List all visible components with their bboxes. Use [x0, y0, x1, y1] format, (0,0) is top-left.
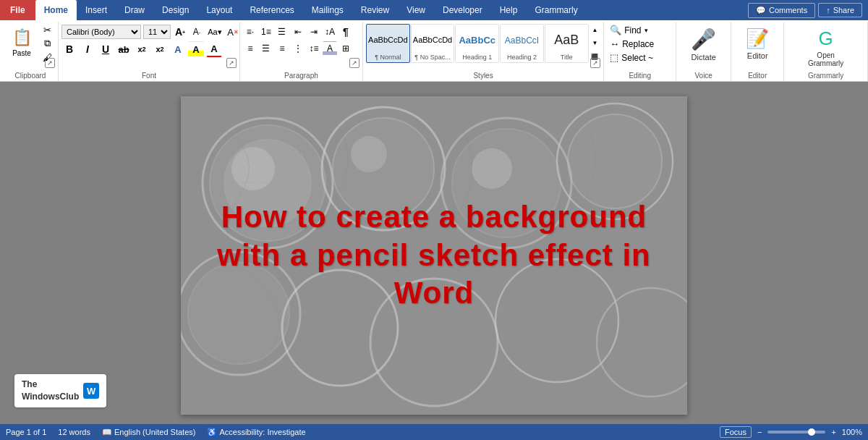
styles-launcher[interactable]: ↗ — [590, 58, 600, 68]
editor-icon: 📝 — [746, 28, 769, 50]
scroll-down-icon: ▼ — [592, 40, 597, 46]
style-heading2[interactable]: AaBbCcI Heading 2 — [500, 24, 544, 63]
bullets-button[interactable]: ≡· — [243, 25, 258, 39]
change-case-button[interactable]: Aa▾ — [206, 25, 224, 39]
font-group: Calibri (Body) 11 A+ A- Aa▾ A✕ B I U ab … — [59, 22, 240, 81]
style-title[interactable]: AaB Title — [545, 24, 589, 63]
editing-buttons: 🔍 Find ▾ ↔ Replace ⬚ Select ~ — [607, 23, 673, 70]
shading-button[interactable]: A — [323, 41, 337, 56]
sort-button[interactable]: ↕A — [323, 25, 337, 39]
align-center-button[interactable]: ☰ — [259, 41, 273, 56]
document-title: How to create a background with a pencil… — [210, 198, 658, 313]
zoom-thumb[interactable] — [808, 428, 815, 436]
zoom-out-button[interactable]: − — [757, 428, 762, 436]
tab-references[interactable]: References — [241, 0, 302, 20]
windows-club-icon: W — [83, 383, 99, 399]
grammarly-group[interactable]: G Open Grammarly Grammarly — [784, 22, 868, 81]
open-grammarly-button[interactable]: G Open Grammarly — [793, 25, 859, 70]
copy-button[interactable]: ⧉ — [39, 37, 55, 50]
borders-button[interactable]: ⊞ — [339, 41, 353, 56]
style-no-space[interactable]: AaBbCcDd ¶ No Spac... — [411, 24, 455, 63]
tab-grammarly[interactable]: Grammarly — [526, 0, 586, 20]
comments-button[interactable]: 💬 Comments — [748, 3, 815, 18]
multilevel-list-button[interactable]: ☰ — [275, 25, 289, 39]
cut-button[interactable]: ✂ — [39, 23, 55, 36]
font-launcher[interactable]: ↗ — [226, 58, 237, 68]
line-spacing-button[interactable]: ↕≡ — [307, 41, 321, 56]
dictate-button[interactable]: 🎤 Dictate — [685, 25, 722, 64]
style-heading2-preview: AaBbCcI — [505, 28, 539, 54]
style-normal[interactable]: AaBbCcDd ¶ Normal — [366, 24, 410, 63]
decrease-indent-button[interactable]: ⇤ — [291, 25, 305, 39]
accessibility-status: ♿ Accessibility: Investigate — [207, 428, 305, 437]
tab-home[interactable]: Home — [35, 0, 77, 20]
superscript-button[interactable]: x2 — [152, 41, 168, 57]
align-left-button[interactable]: ≡ — [243, 41, 258, 56]
paragraph-row2: ≡ ☰ ≡ ⋮ ↕≡ A ⊞ — [243, 41, 353, 56]
font-name-select[interactable]: Calibri (Body) — [61, 25, 141, 39]
underline-button[interactable]: U — [98, 41, 114, 57]
style-heading1[interactable]: AaBbCc Heading 1 — [455, 24, 499, 63]
focus-button[interactable]: Focus — [720, 426, 752, 438]
select-button[interactable]: ⬚ Select ~ — [607, 51, 656, 64]
tab-developer[interactable]: Developer — [434, 0, 491, 20]
style-title-label: Title — [561, 54, 573, 61]
tab-insert[interactable]: Insert — [77, 0, 116, 20]
zoom-in-button[interactable]: + — [831, 428, 835, 436]
tab-help[interactable]: Help — [491, 0, 527, 20]
tab-design[interactable]: Design — [153, 0, 197, 20]
select-icon: ⬚ — [610, 52, 618, 63]
ribbon-collapse-button[interactable]: ∧ — [854, 1, 865, 13]
zoom-slider[interactable] — [767, 431, 825, 433]
clear-format-button[interactable]: A✕ — [226, 25, 240, 39]
tab-layout[interactable]: Layout — [197, 0, 241, 20]
grow-font-button[interactable]: A+ — [173, 25, 187, 39]
cut-icon: ✂ — [43, 25, 51, 35]
microphone-icon: 🎤 — [691, 28, 716, 51]
align-right-button[interactable]: ≡ — [275, 41, 289, 56]
tab-file[interactable]: File — [0, 0, 35, 20]
font-row1: Calibri (Body) 11 A+ A- Aa▾ A✕ — [61, 25, 240, 39]
subscript-button[interactable]: x2 — [134, 41, 150, 57]
copy-icon: ⧉ — [44, 38, 51, 49]
text-effects-button[interactable]: A — [170, 41, 186, 57]
comment-icon: 💬 — [756, 6, 766, 15]
tab-mailings[interactable]: Mailings — [303, 0, 352, 20]
grammarly-label: Grammarly — [808, 70, 843, 81]
clipboard-launcher[interactable]: ↗ — [45, 58, 55, 68]
italic-button[interactable]: I — [80, 41, 95, 57]
editor-button[interactable]: 📝 Editor — [740, 25, 775, 63]
strikethrough-button[interactable]: ab — [116, 41, 132, 57]
find-icon: 🔍 — [610, 25, 621, 35]
styles-label: Styles — [366, 70, 600, 81]
replace-button[interactable]: ↔ Replace — [607, 37, 657, 51]
voice-group[interactable]: 🎤 Dictate Voice — [676, 22, 731, 81]
style-no-space-preview: AaBbCcDd — [413, 28, 452, 54]
tab-review[interactable]: Review — [352, 0, 398, 20]
tab-view[interactable]: View — [398, 0, 434, 20]
font-color-button[interactable]: A — [206, 41, 222, 57]
styles-gallery: AaBbCcDd ¶ Normal AaBbCcDd ¶ No Spac... … — [366, 23, 600, 64]
language-icon: 📖 — [102, 428, 112, 437]
highlight-button[interactable]: A — [188, 41, 204, 57]
styles-group: AaBbCcDd ¶ Normal AaBbCcDd ¶ No Spac... … — [363, 22, 604, 81]
document-text-overlay: How to create a background with a pencil… — [181, 96, 687, 415]
increase-indent-button[interactable]: ⇥ — [307, 25, 321, 39]
tab-draw[interactable]: Draw — [116, 0, 153, 20]
find-button[interactable]: 🔍 Find ▾ — [607, 23, 650, 37]
voice-label: Voice — [694, 70, 712, 81]
editor-label: Editor — [748, 70, 767, 81]
paste-icon: 📋 — [10, 26, 33, 49]
accessibility-icon: ♿ — [207, 428, 217, 437]
justify-button[interactable]: ⋮ — [291, 41, 305, 56]
shrink-font-button[interactable]: A- — [190, 25, 204, 39]
font-size-select[interactable]: 11 — [143, 25, 171, 39]
bold-button[interactable]: B — [61, 41, 77, 57]
editor-group[interactable]: 📝 Editor Editor — [731, 22, 784, 81]
paste-button[interactable]: 📋 Paste — [6, 23, 38, 60]
language-indicator: 📖 English (United States) — [102, 428, 196, 437]
numbering-button[interactable]: 1≡ — [259, 25, 273, 39]
paragraph-launcher[interactable]: ↗ — [349, 58, 359, 68]
paragraph-label: Paragraph — [243, 70, 359, 81]
show-marks-button[interactable]: ¶ — [339, 25, 353, 39]
